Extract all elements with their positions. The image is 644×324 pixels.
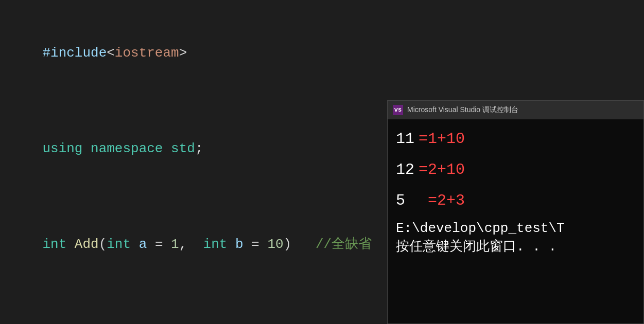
output-expr-1: =1+10 [419,123,465,154]
console-titlebar: vs Microsoft Visual Studio 调试控制台 [388,101,643,119]
console-output-line-3: 5 =2+3 [396,185,635,216]
console-window: vs Microsoft Visual Studio 调试控制台 11 =1+1… [387,100,644,324]
vs-icon: vs [393,105,403,115]
console-output-area: 11 =1+10 12 =2+10 5 =2+3 E:\develop\cpp_… [388,119,643,261]
output-expr-3: =2+3 [428,185,465,216]
output-expr-2: =2+10 [419,154,465,185]
console-output-line-2: 12 =2+10 [396,154,635,185]
console-title-text: Microsoft Visual Studio 调试控制台 [407,105,518,115]
console-path-text: E:\develop\cpp_test\T [396,219,635,238]
output-number-3: 5 [396,185,424,216]
output-number-2: 12 [396,154,414,185]
console-path-area: E:\develop\cpp_test\T 按任意键关闭此窗口. . . [396,219,635,257]
code-line-1: #include<iostream> [10,5,634,101]
console-close-msg: 按任意键关闭此窗口. . . [396,238,635,256]
output-number-1: 11 [396,123,414,154]
vs-icon-text: vs [394,106,402,114]
token-preprocessor: #include [42,45,107,61]
console-output-line-1: 11 =1+10 [396,123,635,154]
